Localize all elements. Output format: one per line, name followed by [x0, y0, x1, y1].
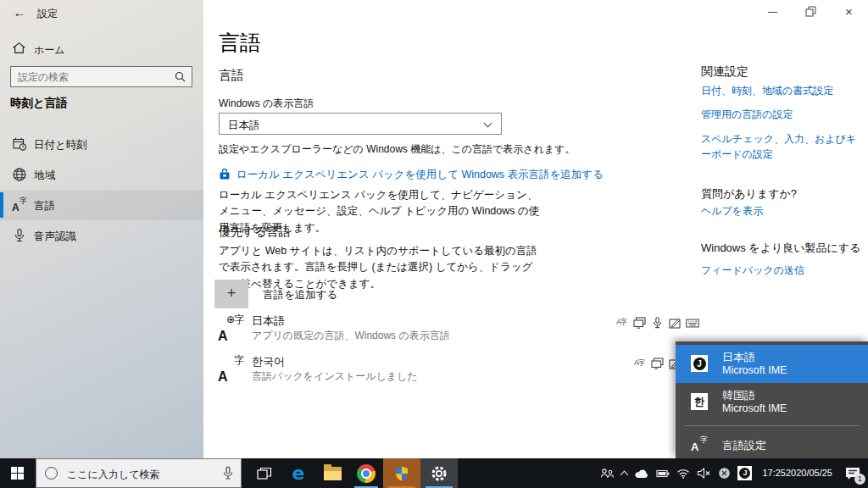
file-explorer-icon	[324, 467, 342, 480]
ime-name-label: Microsoft IME	[722, 364, 787, 376]
globe-icon	[12, 167, 27, 182]
restore-icon	[792, 0, 830, 25]
ime-name-label: Microsoft IME	[722, 402, 787, 414]
sidebar-nav: 日付と時刻 地域 A字 言語 音声認識	[0, 129, 203, 251]
close-icon: ×	[845, 4, 853, 19]
cortana-icon	[45, 467, 58, 480]
search-icon	[174, 70, 187, 84]
sidebar: ← 設定 ホーム 時刻と言語 日付と時刻	[0, 0, 203, 458]
handwriting-icon	[668, 317, 682, 329]
settings-app-button[interactable]	[420, 458, 458, 488]
search-microphone-icon[interactable]	[223, 466, 233, 480]
restore-button[interactable]	[792, 0, 830, 25]
search-input[interactable]	[11, 67, 192, 86]
link-text: ローカル エクスペリエンス パックを使用して Windows 表示言語を追加する	[236, 169, 604, 180]
text-input-icon: A字	[615, 317, 628, 329]
language-pack-glyph-icon: 字 A	[218, 356, 243, 381]
display-language-glyph-icon: ⊕字 A	[218, 315, 243, 341]
taskbar-app-icons: e	[248, 458, 458, 488]
ime-mode-letter: J	[739, 468, 750, 479]
sidebar-item-speech[interactable]: 音声認識	[0, 220, 203, 251]
popup-divider	[684, 425, 860, 426]
back-arrow-icon: ←	[14, 5, 26, 19]
language-status: アプリの既定の言語、Windows の表示言語	[252, 329, 450, 343]
windows-logo-icon	[11, 467, 24, 480]
chrome-button[interactable]	[349, 458, 383, 488]
language-icon: A字	[12, 197, 27, 213]
language-feature-icons: A字	[615, 317, 699, 329]
system-tray: J 17:25 2020/05/25 1	[600, 458, 868, 488]
language-name: 한국어	[252, 354, 285, 369]
language-settings-label: 言語設定	[722, 438, 766, 453]
spellcheck-typing-keyboard-link[interactable]: スペルチェック、入力、およびキーボードの設定	[701, 131, 862, 162]
chevron-down-icon	[484, 119, 492, 128]
ime-japanese-icon: J	[691, 355, 708, 372]
uac-shield-app-button[interactable]	[383, 458, 420, 488]
preferred-languages-header: 優先する言語	[219, 225, 291, 240]
home-icon	[12, 41, 26, 55]
back-button[interactable]: ←	[10, 3, 29, 22]
ime-indicator[interactable]: J	[737, 466, 752, 480]
window-controls: ×	[749, 0, 868, 25]
ime-korean-icon: 한	[691, 393, 708, 410]
wifi-icon[interactable]	[676, 469, 690, 479]
people-icon[interactable]	[600, 468, 615, 480]
send-feedback-link[interactable]: フィードバックの送信	[701, 263, 862, 278]
taskbar-clock[interactable]: 17:25 2020/05/25	[759, 468, 836, 479]
related-settings-header: 関連設定	[701, 64, 748, 80]
ime-option-korean[interactable]: 한 韓国語 Microsoft IME	[676, 383, 868, 421]
status-disconnected-icon[interactable]	[718, 467, 731, 480]
sidebar-item-region[interactable]: 地域	[0, 159, 203, 190]
app-title: 設定	[37, 7, 58, 21]
sidebar-item-label: 地域	[34, 169, 55, 183]
titlebar: ← 設定	[0, 0, 203, 25]
gear-icon	[431, 465, 448, 482]
display-language-icon	[650, 358, 664, 369]
page-title: 言語	[219, 29, 261, 57]
ime-language-switcher-popup: J 日本語 Microsoft IME 한 韓国語 Microsoft IME …	[676, 341, 868, 458]
file-explorer-button[interactable]	[315, 458, 349, 488]
task-view-button[interactable]	[248, 458, 281, 488]
store-bag-icon	[219, 169, 231, 180]
clock-time: 17:25	[762, 468, 786, 479]
chevron-up-icon	[620, 470, 629, 479]
tray-expand-button[interactable]	[621, 469, 627, 478]
edge-icon: e	[292, 463, 305, 484]
sidebar-section-title: 時刻と言語	[10, 96, 68, 111]
onedrive-icon[interactable]	[634, 469, 649, 479]
notification-badge: 1	[854, 474, 865, 485]
admin-language-link[interactable]: 管理用の言語の設定	[701, 107, 862, 122]
minimize-icon	[768, 12, 777, 13]
clock-date: 2020/05/25	[786, 468, 832, 479]
ime-language-name: 韓国語	[722, 388, 755, 403]
microphone-icon	[650, 317, 664, 329]
taskbar-search-placeholder: ここに入力して検索	[67, 468, 159, 482]
display-language-dropdown[interactable]: 日本語	[219, 113, 502, 135]
sidebar-item-language[interactable]: A字 言語	[0, 190, 203, 220]
battery-icon[interactable]	[656, 469, 670, 479]
sidebar-item-label: 日付と時刻	[34, 138, 87, 152]
add-display-language-link[interactable]: ローカル エクスペリエンス パックを使用して Windows 表示言語を追加する	[219, 168, 604, 182]
edge-button[interactable]: e	[281, 458, 315, 488]
sidebar-item-home[interactable]: ホーム	[0, 37, 203, 63]
taskbar-search-box[interactable]: ここに入力して検索	[36, 458, 242, 488]
minimize-button[interactable]	[754, 0, 792, 25]
ime-option-japanese[interactable]: J 日本語 Microsoft IME	[676, 345, 868, 383]
action-center-button[interactable]: 1	[843, 463, 863, 484]
sidebar-item-date-time[interactable]: 日付と時刻	[0, 129, 203, 159]
start-button[interactable]	[0, 458, 36, 488]
language-preferences-item[interactable]: A字 言語設定	[676, 430, 868, 462]
volume-muted-icon[interactable]	[697, 468, 711, 479]
display-language-label: Windows の表示言語	[219, 97, 314, 111]
show-help-link[interactable]: ヘルプを表示	[701, 203, 862, 219]
text-input-icon: A字	[632, 358, 646, 369]
task-view-icon	[257, 467, 272, 480]
security-shield-icon	[393, 465, 410, 482]
close-button[interactable]: ×	[830, 0, 868, 25]
chrome-icon	[357, 464, 376, 483]
calendar-clock-icon	[12, 136, 27, 152]
date-time-format-link[interactable]: 日付、時刻、地域の書式設定	[701, 83, 862, 98]
language-row-korean[interactable]: 字 A 한국어 言語パックをインストールしました A字	[214, 352, 703, 393]
settings-search-box[interactable]	[10, 66, 192, 87]
language-row-japanese[interactable]: ⊕字 A 日本語 アプリの既定の言語、Windows の表示言語 A字	[214, 312, 703, 352]
